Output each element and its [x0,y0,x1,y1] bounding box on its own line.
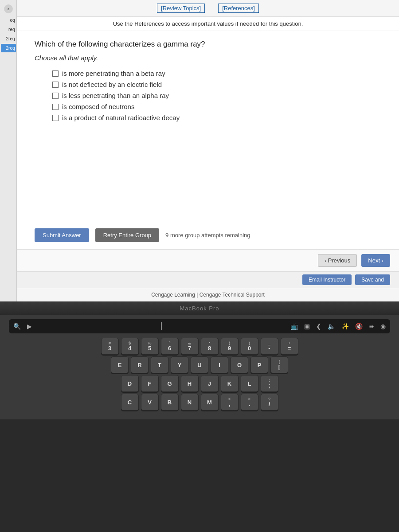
key-comma[interactable]: <, [221,394,239,411]
option-checkbox-3[interactable] [52,104,59,110]
sidebar-item-2req1[interactable]: 2req [1,35,16,43]
key-minus[interactable]: _- [261,338,278,355]
key-5[interactable]: %5 [141,338,159,355]
choose-label: Choose all that apply. [35,54,381,62]
next-button[interactable]: Next › [361,254,390,267]
touchbar-circle-icon[interactable]: ◉ [380,323,386,330]
key-y[interactable]: Y [171,356,188,373]
top-bar: [Review Topics] [References] [17,0,399,17]
option-item-0: is more penetrating than a beta ray [52,70,381,77]
option-item-2: is less penetrating than an alpha ray [52,92,381,99]
touchbar-left-icons: 🔍 ▶ [13,323,32,330]
key-c[interactable]: C [121,394,139,411]
option-item-1: is not deflected by an electric field [52,81,381,88]
touchbar: 🔍 ▶ 📺 ▣ ❮ 🔈 ✨ 🔇 ➠ ◉ [9,319,390,333]
key-n[interactable]: N [181,394,199,411]
key-7[interactable]: &7 [181,338,199,355]
touchbar-settings-icon[interactable]: ✨ [341,323,349,330]
key-u[interactable]: U [191,356,208,373]
options-list: is more penetrating than a beta ray is n… [52,70,381,121]
question-area: Which of the following characterizes a g… [17,31,399,221]
option-label-4: is a product of natural radioactive deca… [62,114,180,121]
option-label-2: is less penetrating than an alpha ray [62,92,169,99]
option-label-3: is composed of neutrons [62,103,134,110]
option-checkbox-1[interactable] [52,82,59,88]
key-slash[interactable]: ?/ [261,394,278,411]
option-checkbox-0[interactable] [52,70,59,77]
sidebar: ‹ eq req 2req 2req [0,0,17,301]
key-6[interactable]: ^6 [161,338,179,355]
option-label-0: is more penetrating than a beta ray [62,70,165,77]
key-b[interactable]: B [161,394,179,411]
option-label-1: is not deflected by an electric field [62,81,162,88]
submit-button[interactable]: Submit Answer [35,228,89,242]
key-4[interactable]: $4 [121,338,139,355]
key-e[interactable]: E [111,356,129,373]
key-i[interactable]: I [211,356,228,373]
key-f[interactable]: F [141,375,159,392]
main-content: [Review Topics] [References] Use the Ref… [17,0,399,301]
touchbar-right-icons: 📺 ▣ ❮ 🔈 ✨ 🔇 ➠ ◉ [290,323,386,330]
key-row-erty: E R T Y U I O P {[ [9,356,390,373]
keyboard: 🔍 ▶ 📺 ▣ ❮ 🔈 ✨ 🔇 ➠ ◉ #3 $4 %5 ^6 &7 *8 (9… [0,315,399,419]
key-row-cvbn: C V B N M <, >. ?/ [9,394,390,411]
key-h[interactable]: H [181,375,199,392]
key-period[interactable]: >. [241,394,258,411]
key-t[interactable]: T [151,356,168,373]
bottom-nav: ‹ Previous Next › [17,249,399,271]
key-row-dfgh: D F G H J K L :; [9,375,390,392]
key-0[interactable]: )0 [241,338,258,355]
key-bracket-open[interactable]: {[ [270,356,288,373]
key-equals[interactable]: += [281,338,298,355]
references-link[interactable]: [References] [218,4,259,13]
attempts-text: 9 more group attempts remaining [165,232,250,239]
touchbar-play-icon[interactable]: ▶ [27,323,32,330]
key-p[interactable]: P [250,356,268,373]
option-item-3: is composed of neutrons [52,103,381,110]
buttons-area: Submit Answer Retry Entire Group 9 more … [17,221,399,249]
touchbar-display-icon[interactable]: 📺 [290,323,298,330]
touchbar-search-icon[interactable]: 🔍 [13,323,21,330]
touchbar-window-icon[interactable]: ▣ [304,323,310,330]
email-bar: Email Instructor Save and [17,271,399,288]
review-topics-link[interactable]: [Review Topics] [157,4,205,13]
option-item-4: is a product of natural radioactive deca… [52,114,381,121]
key-j[interactable]: J [201,375,219,392]
option-checkbox-4[interactable] [52,115,59,121]
instruction-text: Use the References to access important v… [17,17,399,31]
touchbar-chevron-left-icon[interactable]: ❮ [316,323,321,330]
touchbar-volume-icon[interactable]: 🔈 [328,323,335,330]
sidebar-item-2req2[interactable]: 2req [1,44,16,52]
key-g[interactable]: G [161,375,179,392]
sidebar-item-eq[interactable]: eq [1,16,16,24]
sidebar-collapse-button[interactable]: ‹ [4,4,13,13]
key-9[interactable]: (9 [221,338,239,355]
key-l[interactable]: L [241,375,258,392]
key-d[interactable]: D [121,375,139,392]
key-v[interactable]: V [141,394,159,411]
question-title: Which of the following characterizes a g… [35,40,381,49]
save-button[interactable]: Save and [355,274,390,285]
footer: Cengage Learning | Cengage Technical Sup… [17,288,399,301]
sidebar-item-req[interactable]: req [1,25,16,34]
key-o[interactable]: O [231,356,248,373]
macbook-label: MacBook Pro [0,301,399,315]
key-3[interactable]: #3 [101,338,119,355]
previous-button[interactable]: ‹ Previous [318,254,357,267]
touchbar-cursor2-icon[interactable]: ➠ [369,323,374,330]
key-r[interactable]: R [131,356,149,373]
key-row-numbers: #3 $4 %5 ^6 &7 *8 (9 )0 _- += [9,338,390,355]
key-m[interactable]: M [201,394,219,411]
retry-button[interactable]: Retry Entire Group [95,228,159,242]
email-instructor-button[interactable]: Email Instructor [302,274,352,285]
touchbar-mute-icon[interactable]: 🔇 [355,323,363,330]
key-k[interactable]: K [221,375,239,392]
option-checkbox-2[interactable] [52,93,59,99]
touchbar-cursor [161,322,162,330]
key-semicolon[interactable]: :; [261,375,278,392]
key-8[interactable]: *8 [201,338,219,355]
